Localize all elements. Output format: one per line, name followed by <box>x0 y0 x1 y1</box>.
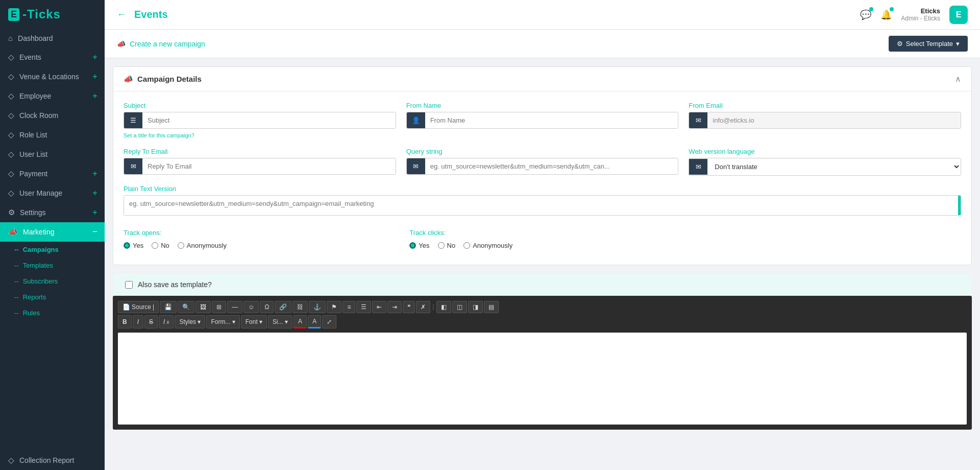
align-right-button[interactable]: ◨ <box>468 301 483 313</box>
track-opens-yes[interactable]: Yes <box>124 242 143 249</box>
editor-area[interactable] <box>118 333 967 425</box>
remove-format-button[interactable]: ✗ <box>416 301 430 313</box>
strikethrough-button[interactable]: S <box>144 315 158 328</box>
editor-toolbar-1: 📄 Source | 💾 🔍 🖼 ⊞ — ☺ Ω 🔗 ⛓ ⚓ ⚑ ≡ ☰ ⇤ ⇥ <box>118 301 967 313</box>
usermanage-icon: ◇ <box>8 189 14 198</box>
sidebar-item-userlist[interactable]: ◇ User List <box>0 145 105 164</box>
sidebar-sub-item-campaigns[interactable]: -- Campaigns <box>0 242 105 257</box>
web-version-select[interactable]: Don't translate English French <box>707 158 961 175</box>
sidebar-item-collection-report[interactable]: ◇ Collection Report <box>0 451 105 470</box>
topbar-left: ← Events <box>117 9 168 20</box>
sidebar-sub-item-subscribers[interactable]: -- Subscribers <box>0 273 105 289</box>
align-left-button[interactable]: ◧ <box>436 301 451 313</box>
ul-button[interactable]: ☰ <box>356 301 371 313</box>
campaigns-dash: -- <box>14 246 19 253</box>
sidebar-item-clockroom[interactable]: ◇ Clock Room <box>0 106 105 125</box>
preview-button[interactable]: 🔍 <box>178 301 194 313</box>
reply-to-input[interactable] <box>142 158 396 174</box>
outdent-button[interactable]: ⇤ <box>372 301 386 313</box>
styles-button[interactable]: Styles ▾ <box>175 315 205 328</box>
indent-button[interactable]: ⇥ <box>387 301 402 313</box>
logo-text: -Ticks <box>22 7 61 21</box>
ol-button[interactable]: ≡ <box>342 301 355 313</box>
sidebar-sub-item-templates[interactable]: -- Templates <box>0 257 105 273</box>
save-template-checkbox[interactable] <box>125 281 133 289</box>
track-clicks-yes[interactable]: Yes <box>409 242 429 249</box>
format-button[interactable]: Form... ▾ <box>206 315 239 328</box>
size-button[interactable]: Si... ▾ <box>268 315 292 328</box>
sidebar-item-payment[interactable]: ◇ Payment + <box>0 164 105 183</box>
logo-icon: E <box>8 8 19 21</box>
subject-input[interactable] <box>142 112 396 128</box>
font-button[interactable]: Font ▾ <box>241 315 267 328</box>
plain-text-section: Plain Text Version <box>124 185 961 216</box>
user-name: Eticks <box>921 7 940 15</box>
sidebar-item-usermanage[interactable]: ◇ User Manage + <box>0 183 105 203</box>
sidebar-sub-item-reports[interactable]: -- Reports <box>0 289 105 305</box>
sidebar-item-venue[interactable]: ◇ Venue & Locations + <box>0 67 105 86</box>
special-char-button[interactable]: Ω <box>260 301 274 313</box>
image-button[interactable]: 🖼 <box>195 301 211 313</box>
subject-input-wrapper: ☰ <box>124 112 396 129</box>
page-title: Events <box>134 9 168 20</box>
sidebar-item-settings[interactable]: ⚙ Settings + <box>0 203 105 222</box>
logo: E -Ticks <box>0 0 105 29</box>
blockquote-button[interactable]: ❝ <box>403 301 415 313</box>
save-template-label[interactable]: Also save as template? <box>138 280 212 289</box>
from-name-input[interactable] <box>425 112 678 128</box>
subscribers-dash: -- <box>14 277 19 285</box>
bg-color-button[interactable]: A <box>308 315 321 328</box>
maximize-button[interactable]: ⤢ <box>322 315 336 328</box>
source-button[interactable]: 📄 Source | <box>118 301 159 313</box>
anchor-button[interactable]: ⚓ <box>309 301 326 313</box>
save-button[interactable]: 💾 <box>160 301 177 313</box>
notifications-icon[interactable]: 🔔 <box>880 9 892 20</box>
flag-button[interactable]: ⚑ <box>327 301 341 313</box>
from-email-label: From Email <box>689 102 961 109</box>
track-clicks-no[interactable]: No <box>438 242 456 249</box>
track-opens-no[interactable]: No <box>152 242 169 249</box>
justify-button[interactable]: ▤ <box>484 301 499 313</box>
table-button[interactable]: ⊞ <box>212 301 226 313</box>
font-color-button[interactable]: A <box>293 315 307 328</box>
sidebar-sub-item-rules[interactable]: -- Rules <box>0 305 105 321</box>
sidebar-item-events[interactable]: ◇ Events + <box>0 48 105 67</box>
track-clicks-anonymously[interactable]: Anonymously <box>463 242 512 249</box>
from-email-input[interactable] <box>707 112 961 128</box>
track-clicks-group: Track clicks: Yes No Anonymously <box>409 224 961 254</box>
link-button[interactable]: 🔗 <box>275 301 291 313</box>
sidebar-item-rolelist[interactable]: ◇ Role List <box>0 125 105 145</box>
user-avatar[interactable]: E <box>949 6 968 24</box>
from-email-icon: ✉ <box>689 112 707 128</box>
collapse-button[interactable]: ∧ <box>955 74 961 84</box>
query-string-input[interactable] <box>425 158 678 174</box>
align-center-button[interactable]: ◫ <box>452 301 467 313</box>
track-opens-anonymously[interactable]: Anonymously <box>178 242 227 249</box>
templates-dash: -- <box>14 262 19 269</box>
from-name-input-wrapper: 👤 <box>406 112 679 129</box>
back-button[interactable]: ← <box>117 9 126 20</box>
unlink-button[interactable]: ⛓ <box>292 301 308 313</box>
campaign-bar-left: 📣 Create a new campaign <box>117 40 205 48</box>
select-template-button[interactable]: ⚙ Select Template ▾ <box>889 36 968 52</box>
create-campaign-label: Create a new campaign <box>130 40 205 48</box>
reply-to-icon: ✉ <box>124 158 142 174</box>
track-clicks-label: Track clicks: <box>409 229 961 237</box>
hline-button[interactable]: — <box>227 301 242 313</box>
editor-toolbar-2: B I S Ix Styles ▾ Form... ▾ Font ▾ Si...… <box>118 315 967 328</box>
italic-button[interactable]: I <box>133 315 143 328</box>
rules-dash: -- <box>14 309 19 317</box>
track-opens-radio-group: Yes No Anonymously <box>124 242 399 249</box>
emoji-button[interactable]: ☺ <box>243 301 259 313</box>
chat-icon[interactable]: 💬 <box>860 9 871 20</box>
sidebar-item-dashboard[interactable]: ⌂ Dashboard <box>0 29 105 48</box>
plain-text-textarea[interactable] <box>124 196 958 215</box>
bold-button[interactable]: B <box>118 315 132 328</box>
sidebar-item-marketing[interactable]: 📣 Marketing − <box>0 222 105 242</box>
sidebar-item-employee[interactable]: ◇ Employee + <box>0 86 105 106</box>
remove-inline-format-button[interactable]: Ix <box>159 315 174 328</box>
campaign-details-header: 📣 Campaign Details ∧ <box>113 67 971 91</box>
subject-label: Subject <box>124 102 396 109</box>
settings-icon: ⚙ <box>8 208 15 217</box>
marketing-icon: 📣 <box>8 227 18 237</box>
